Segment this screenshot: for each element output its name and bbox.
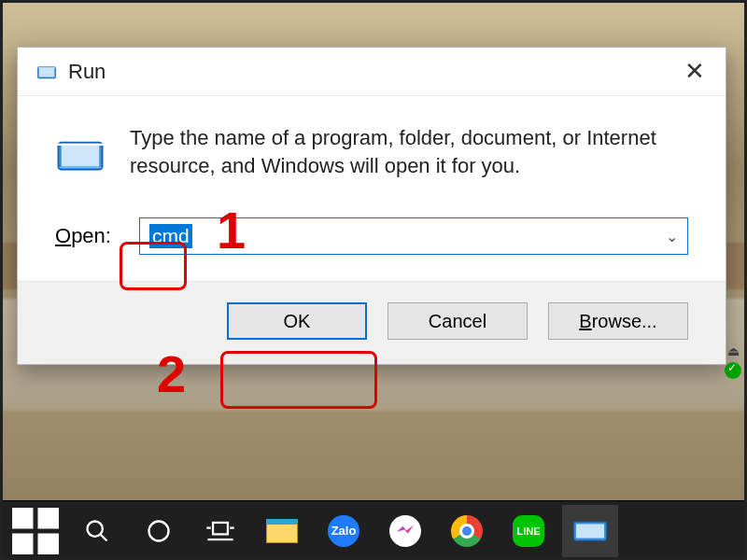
- file-explorer-icon: [266, 519, 298, 543]
- task-view-button[interactable]: [192, 505, 248, 557]
- open-label: Open:: [55, 224, 120, 248]
- run-dialog: Run ✕ Type the name of a program, folder…: [17, 47, 726, 365]
- svg-rect-6: [12, 533, 34, 554]
- run-task-button[interactable]: [562, 505, 618, 557]
- browse-button[interactable]: Browse...: [548, 302, 688, 340]
- run-task-icon: [571, 517, 609, 545]
- svg-rect-3: [62, 146, 100, 167]
- svg-rect-11: [213, 522, 228, 533]
- run-icon-large: [55, 130, 106, 180]
- svg-point-10: [149, 521, 169, 540]
- svg-point-8: [88, 521, 103, 536]
- taskbar: Zalo LINE: [0, 500, 747, 560]
- dialog-button-row: OK Cancel Browse...: [18, 281, 726, 364]
- open-input-value[interactable]: cmd: [149, 224, 192, 248]
- file-explorer-button[interactable]: [254, 505, 310, 557]
- cancel-button[interactable]: Cancel: [388, 302, 528, 340]
- dialog-description: Type the name of a program, folder, docu…: [130, 124, 688, 179]
- svg-rect-5: [38, 508, 60, 529]
- chrome-icon: [451, 515, 483, 547]
- svg-rect-16: [576, 524, 604, 538]
- svg-rect-4: [12, 508, 34, 529]
- task-view-icon: [204, 518, 236, 544]
- svg-line-9: [101, 534, 107, 540]
- zalo-icon: Zalo: [328, 515, 359, 547]
- windows-icon: [7, 503, 63, 559]
- start-button[interactable]: [7, 505, 63, 557]
- search-button[interactable]: [69, 505, 125, 557]
- zalo-button[interactable]: Zalo: [316, 505, 372, 557]
- run-icon: [36, 62, 57, 82]
- search-icon: [84, 518, 110, 544]
- dialog-title: Run: [68, 60, 106, 84]
- status-ok-icon: [725, 362, 741, 379]
- ok-button[interactable]: OK: [227, 302, 367, 340]
- svg-rect-1: [39, 67, 55, 77]
- cortana-icon: [146, 518, 172, 544]
- messenger-icon: [389, 515, 421, 547]
- chrome-button[interactable]: [439, 505, 495, 557]
- line-button[interactable]: LINE: [500, 505, 557, 557]
- messenger-button[interactable]: [377, 505, 433, 557]
- svg-rect-7: [38, 533, 60, 554]
- close-button[interactable]: ✕: [681, 57, 709, 86]
- chevron-down-icon: ⌄: [666, 228, 678, 245]
- shield-icon: ⏏: [727, 343, 740, 358]
- line-icon: LINE: [513, 515, 544, 547]
- open-combobox[interactable]: cmd ⌄: [139, 217, 688, 255]
- tray-icons: ⏏: [725, 343, 741, 379]
- cortana-button[interactable]: [131, 505, 187, 557]
- titlebar: Run ✕: [18, 48, 726, 96]
